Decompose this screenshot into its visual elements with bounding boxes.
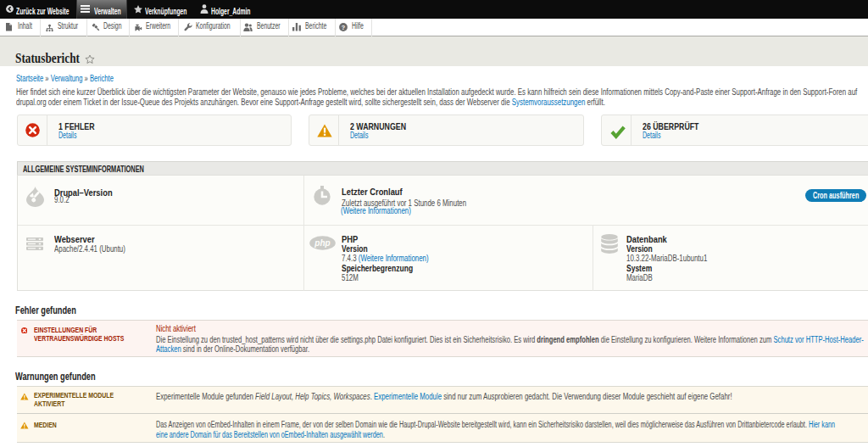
- svg-text:?: ?: [342, 24, 346, 31]
- svg-text:php: php: [314, 238, 330, 248]
